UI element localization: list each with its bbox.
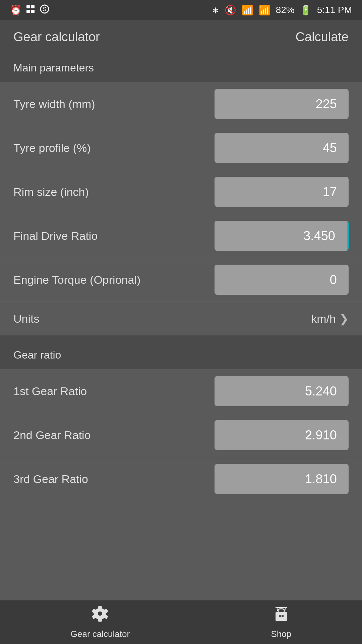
rim-size-row: Rim size (inch) xyxy=(0,170,362,214)
svg-rect-3 xyxy=(31,10,35,13)
bottom-navigation: Gear calculator Shop xyxy=(0,600,362,644)
svg-rect-7 xyxy=(279,615,281,617)
main-parameters-header: Main parameters xyxy=(0,54,362,82)
nav-gear-calculator[interactable]: Gear calculator xyxy=(71,605,130,639)
gear-2-input[interactable] xyxy=(215,420,349,450)
gear-3-row: 3rd Gear Ratio xyxy=(0,457,362,501)
units-value-selector[interactable]: km/h ❯ xyxy=(311,312,349,325)
signal-icon: 📶 xyxy=(259,5,270,16)
tyre-profile-input[interactable] xyxy=(215,133,349,163)
units-label: Units xyxy=(13,312,39,325)
status-bar-left: ⏰ S xyxy=(10,4,50,17)
engine-torque-row: Engine Torque (Oprional) xyxy=(0,258,362,302)
nav-shop[interactable]: Shop xyxy=(271,605,292,639)
gear-ratio-header: Gear ratio xyxy=(0,341,362,369)
nav-shop-label: Shop xyxy=(271,629,292,639)
notification-icon-2: S xyxy=(39,4,50,17)
tyre-profile-row: Tyre profile (%) xyxy=(0,126,362,170)
final-drive-row: Final Drive Ratio xyxy=(0,214,362,258)
tyre-profile-label: Tyre profile (%) xyxy=(13,142,215,155)
chevron-right-icon: ❯ xyxy=(339,312,349,325)
wifi-icon: 📶 xyxy=(242,5,253,16)
gear-calculator-icon xyxy=(92,605,109,626)
mute-icon: 🔇 xyxy=(225,5,236,16)
gear-1-input[interactable] xyxy=(215,376,349,406)
bluetooth-icon: ∗ xyxy=(212,5,219,16)
gear-3-input[interactable] xyxy=(215,464,349,494)
app-bar-title: Gear calculator xyxy=(13,30,100,44)
alarm-icon: ⏰ xyxy=(10,5,22,16)
content-area: Main parameters Tyre width (mm) Tyre pro… xyxy=(0,54,362,548)
main-parameters-section: Tyre width (mm) Tyre profile (%) Rim siz… xyxy=(0,82,362,335)
section-divider xyxy=(0,335,362,341)
engine-torque-input[interactable] xyxy=(215,265,349,295)
tyre-width-input[interactable] xyxy=(215,89,349,119)
rim-size-label: Rim size (inch) xyxy=(13,185,215,199)
units-row[interactable]: Units km/h ❯ xyxy=(0,302,362,335)
gear-1-row: 1st Gear Ratio xyxy=(0,369,362,413)
shop-icon xyxy=(273,605,290,626)
gear-2-row: 2nd Gear Ratio xyxy=(0,413,362,457)
svg-text:S: S xyxy=(43,6,47,12)
calculate-button[interactable]: Calculate xyxy=(296,30,349,44)
gear-1-label: 1st Gear Ratio xyxy=(13,385,215,398)
battery-icon: 🔋 xyxy=(300,5,312,16)
time: 5:11 PM xyxy=(317,5,352,15)
engine-torque-label: Engine Torque (Oprional) xyxy=(13,273,215,286)
rim-size-input[interactable] xyxy=(215,177,349,207)
final-drive-input[interactable] xyxy=(215,221,349,251)
final-drive-label: Final Drive Ratio xyxy=(13,229,215,243)
svg-rect-2 xyxy=(26,10,30,13)
gear-ratio-section: 1st Gear Ratio 2nd Gear Ratio 3rd Gear R… xyxy=(0,369,362,501)
gear-3-label: 3rd Gear Ratio xyxy=(13,473,215,486)
svg-rect-1 xyxy=(31,5,35,8)
tyre-width-label: Tyre width (mm) xyxy=(13,98,215,111)
nav-gear-calculator-label: Gear calculator xyxy=(71,629,130,639)
units-value-text: km/h xyxy=(311,312,336,325)
svg-rect-0 xyxy=(26,5,30,8)
notification-icon-1 xyxy=(25,4,36,17)
tyre-width-row: Tyre width (mm) xyxy=(0,82,362,126)
svg-rect-6 xyxy=(276,612,287,621)
svg-rect-8 xyxy=(282,615,284,617)
status-bar-right: ∗ 🔇 📶 📶 82% 🔋 5:11 PM xyxy=(212,5,352,16)
gear-2-label: 2nd Gear Ratio xyxy=(13,429,215,442)
app-bar: Gear calculator Calculate xyxy=(0,20,362,54)
battery-percentage: 82% xyxy=(276,5,295,15)
status-bar: ⏰ S ∗ 🔇 📶 📶 82% 🔋 5:11 PM xyxy=(0,0,362,20)
